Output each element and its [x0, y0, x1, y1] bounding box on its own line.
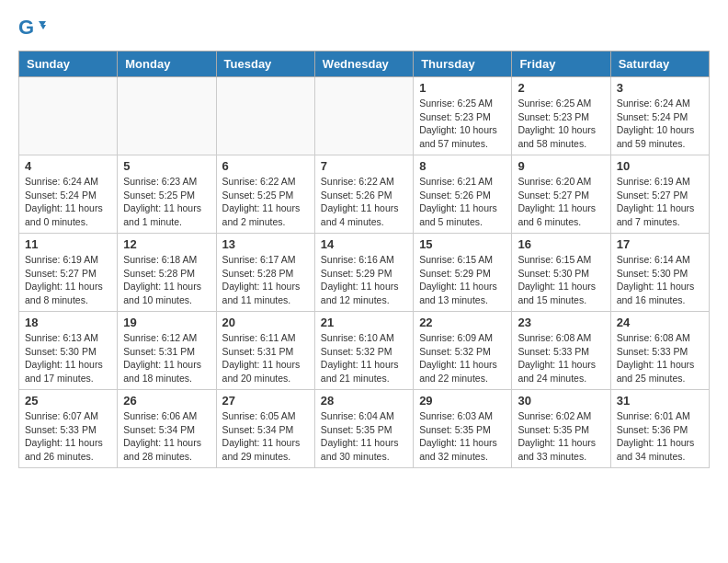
calendar-cell: 27Sunrise: 6:05 AM Sunset: 5:34 PM Dayli… [216, 390, 314, 468]
day-info: Sunrise: 6:25 AM Sunset: 5:23 PM Dayligh… [518, 97, 604, 151]
weekday-saturday: Saturday [610, 52, 709, 77]
day-info: Sunrise: 6:20 AM Sunset: 5:27 PM Dayligh… [518, 175, 604, 229]
day-info: Sunrise: 6:05 AM Sunset: 5:34 PM Dayligh… [222, 409, 309, 464]
day-number: 6 [222, 159, 309, 173]
calendar-week-3: 18Sunrise: 6:13 AM Sunset: 5:30 PM Dayli… [19, 312, 710, 390]
weekday-monday: Monday [118, 52, 216, 77]
calendar-cell: 2Sunrise: 6:25 AM Sunset: 5:23 PM Daylig… [512, 77, 610, 155]
calendar-cell [19, 77, 118, 155]
day-number: 30 [518, 394, 604, 408]
calendar-cell: 5Sunrise: 6:23 AM Sunset: 5:25 PM Daylig… [118, 155, 216, 234]
day-number: 25 [25, 394, 111, 408]
day-number: 1 [419, 81, 506, 95]
day-number: 18 [25, 316, 111, 329]
day-info: Sunrise: 6:14 AM Sunset: 5:30 PM Dayligh… [617, 253, 703, 307]
day-number: 15 [419, 237, 506, 251]
day-number: 19 [123, 316, 210, 329]
weekday-sunday: Sunday [19, 52, 118, 77]
day-number: 22 [419, 316, 506, 329]
day-number: 10 [617, 159, 703, 173]
day-info: Sunrise: 6:03 AM Sunset: 5:35 PM Dayligh… [419, 409, 506, 464]
day-info: Sunrise: 6:06 AM Sunset: 5:34 PM Dayligh… [123, 409, 210, 464]
weekday-tuesday: Tuesday [216, 52, 314, 77]
calendar-cell: 7Sunrise: 6:22 AM Sunset: 5:26 PM Daylig… [314, 155, 413, 234]
day-number: 5 [123, 159, 210, 173]
calendar-week-1: 4Sunrise: 6:24 AM Sunset: 5:24 PM Daylig… [19, 155, 710, 234]
day-info: Sunrise: 6:02 AM Sunset: 5:35 PM Dayligh… [518, 409, 604, 464]
calendar-cell: 20Sunrise: 6:11 AM Sunset: 5:31 PM Dayli… [216, 312, 314, 390]
calendar-cell: 4Sunrise: 6:24 AM Sunset: 5:24 PM Daylig… [19, 155, 118, 234]
day-number: 3 [617, 81, 703, 95]
day-info: Sunrise: 6:04 AM Sunset: 5:35 PM Dayligh… [321, 409, 407, 464]
day-info: Sunrise: 6:24 AM Sunset: 5:24 PM Dayligh… [25, 175, 111, 229]
day-number: 13 [222, 237, 309, 251]
page-header: G [18, 14, 710, 41]
calendar-cell: 26Sunrise: 6:06 AM Sunset: 5:34 PM Dayli… [118, 390, 216, 468]
day-number: 28 [321, 394, 407, 408]
calendar-cell [118, 77, 216, 155]
logo: G [18, 14, 50, 41]
weekday-wednesday: Wednesday [314, 52, 413, 77]
day-info: Sunrise: 6:18 AM Sunset: 5:28 PM Dayligh… [123, 253, 210, 307]
svg-marker-2 [40, 25, 46, 29]
calendar-cell [216, 77, 314, 155]
calendar-week-2: 11Sunrise: 6:19 AM Sunset: 5:27 PM Dayli… [19, 234, 710, 312]
calendar-cell: 10Sunrise: 6:19 AM Sunset: 5:27 PM Dayli… [610, 155, 709, 234]
day-number: 17 [617, 237, 703, 251]
day-info: Sunrise: 6:19 AM Sunset: 5:27 PM Dayligh… [617, 175, 703, 229]
weekday-friday: Friday [512, 52, 610, 77]
day-info: Sunrise: 6:09 AM Sunset: 5:32 PM Dayligh… [419, 331, 506, 385]
calendar-cell: 31Sunrise: 6:01 AM Sunset: 5:36 PM Dayli… [610, 390, 709, 468]
day-info: Sunrise: 6:08 AM Sunset: 5:33 PM Dayligh… [617, 331, 703, 385]
weekday-thursday: Thursday [414, 52, 512, 77]
day-number: 23 [518, 316, 604, 329]
calendar-cell: 19Sunrise: 6:12 AM Sunset: 5:31 PM Dayli… [118, 312, 216, 390]
day-info: Sunrise: 6:13 AM Sunset: 5:30 PM Dayligh… [25, 331, 111, 385]
day-number: 14 [321, 237, 407, 251]
calendar-cell: 15Sunrise: 6:15 AM Sunset: 5:29 PM Dayli… [414, 234, 512, 312]
day-info: Sunrise: 6:15 AM Sunset: 5:30 PM Dayligh… [518, 253, 604, 307]
day-number: 11 [25, 237, 111, 251]
day-info: Sunrise: 6:15 AM Sunset: 5:29 PM Dayligh… [419, 253, 506, 307]
weekday-header-row: SundayMondayTuesdayWednesdayThursdayFrid… [19, 52, 710, 77]
calendar-cell: 14Sunrise: 6:16 AM Sunset: 5:29 PM Dayli… [314, 234, 413, 312]
calendar-cell: 11Sunrise: 6:19 AM Sunset: 5:27 PM Dayli… [19, 234, 118, 312]
day-number: 24 [617, 316, 703, 329]
day-number: 20 [222, 316, 309, 329]
calendar-table: SundayMondayTuesdayWednesdayThursdayFrid… [18, 51, 710, 468]
day-number: 31 [617, 394, 703, 408]
day-number: 4 [25, 159, 111, 173]
day-number: 21 [321, 316, 407, 329]
day-info: Sunrise: 6:01 AM Sunset: 5:36 PM Dayligh… [617, 409, 703, 464]
calendar-week-0: 1Sunrise: 6:25 AM Sunset: 5:23 PM Daylig… [19, 77, 710, 155]
day-info: Sunrise: 6:24 AM Sunset: 5:24 PM Dayligh… [617, 97, 703, 151]
day-number: 29 [419, 394, 506, 408]
day-info: Sunrise: 6:22 AM Sunset: 5:26 PM Dayligh… [321, 175, 407, 229]
calendar-cell: 25Sunrise: 6:07 AM Sunset: 5:33 PM Dayli… [19, 390, 118, 468]
calendar-cell: 8Sunrise: 6:21 AM Sunset: 5:26 PM Daylig… [414, 155, 512, 234]
day-number: 9 [518, 159, 604, 173]
day-number: 26 [123, 394, 210, 408]
day-info: Sunrise: 6:16 AM Sunset: 5:29 PM Dayligh… [321, 253, 407, 307]
calendar-week-4: 25Sunrise: 6:07 AM Sunset: 5:33 PM Dayli… [19, 390, 710, 468]
day-info: Sunrise: 6:22 AM Sunset: 5:25 PM Dayligh… [222, 175, 309, 229]
day-info: Sunrise: 6:12 AM Sunset: 5:31 PM Dayligh… [123, 331, 210, 385]
day-info: Sunrise: 6:19 AM Sunset: 5:27 PM Dayligh… [25, 253, 111, 307]
calendar-cell: 1Sunrise: 6:25 AM Sunset: 5:23 PM Daylig… [414, 77, 512, 155]
calendar-cell: 21Sunrise: 6:10 AM Sunset: 5:32 PM Dayli… [314, 312, 413, 390]
day-number: 16 [518, 237, 604, 251]
day-info: Sunrise: 6:25 AM Sunset: 5:23 PM Dayligh… [419, 97, 506, 151]
calendar-cell: 17Sunrise: 6:14 AM Sunset: 5:30 PM Dayli… [610, 234, 709, 312]
day-info: Sunrise: 6:10 AM Sunset: 5:32 PM Dayligh… [321, 331, 407, 385]
day-info: Sunrise: 6:08 AM Sunset: 5:33 PM Dayligh… [518, 331, 604, 385]
day-info: Sunrise: 6:23 AM Sunset: 5:25 PM Dayligh… [123, 175, 210, 229]
day-number: 7 [321, 159, 407, 173]
calendar-cell: 13Sunrise: 6:17 AM Sunset: 5:28 PM Dayli… [216, 234, 314, 312]
calendar-cell [314, 77, 413, 155]
calendar-cell: 9Sunrise: 6:20 AM Sunset: 5:27 PM Daylig… [512, 155, 610, 234]
calendar-cell: 28Sunrise: 6:04 AM Sunset: 5:35 PM Dayli… [314, 390, 413, 468]
calendar-cell: 24Sunrise: 6:08 AM Sunset: 5:33 PM Dayli… [610, 312, 709, 390]
day-info: Sunrise: 6:21 AM Sunset: 5:26 PM Dayligh… [419, 175, 506, 229]
calendar-cell: 3Sunrise: 6:24 AM Sunset: 5:24 PM Daylig… [610, 77, 709, 155]
calendar-cell: 23Sunrise: 6:08 AM Sunset: 5:33 PM Dayli… [512, 312, 610, 390]
